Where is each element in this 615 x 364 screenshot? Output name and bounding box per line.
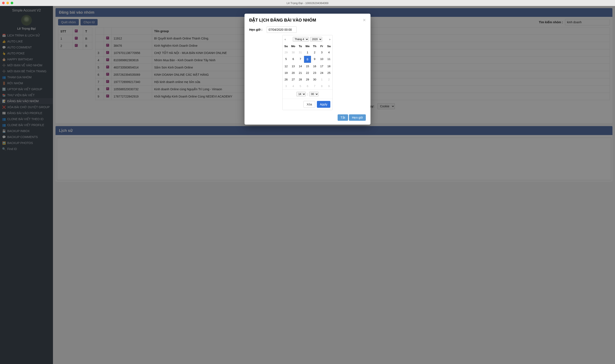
calendar-day[interactable]: 8 bbox=[318, 83, 325, 89]
window-title: Lê Trọng Đại - 100026204364069 bbox=[0, 1, 615, 5]
calendar-day[interactable]: 11 bbox=[325, 56, 333, 63]
calendar-day[interactable]: 12 bbox=[282, 63, 290, 70]
calendar-day[interactable]: 19 bbox=[282, 70, 290, 76]
dow-label: Fr bbox=[318, 43, 325, 49]
calendar-day[interactable]: 18 bbox=[325, 63, 333, 70]
hour-select[interactable]: 14 bbox=[296, 92, 306, 96]
calendar-day[interactable]: 3 bbox=[318, 49, 325, 56]
calendar-day[interactable]: 29 bbox=[304, 76, 311, 83]
calendar-day[interactable]: 1 bbox=[304, 49, 311, 56]
calendar-day[interactable]: 4 bbox=[290, 83, 297, 89]
minimize-window-icon[interactable] bbox=[6, 2, 9, 4]
time-sep: : bbox=[307, 93, 308, 96]
calendar-day[interactable]: 30 bbox=[311, 76, 318, 83]
calendar-day[interactable]: 2 bbox=[311, 49, 318, 56]
dow-label: Th bbox=[311, 43, 318, 49]
calendar-day[interactable]: 20 bbox=[290, 70, 297, 76]
modal-title: ĐẶT LỊCH ĐĂNG BÀI VÀO NHÓM bbox=[249, 17, 316, 23]
calendar-day[interactable]: 1 bbox=[318, 76, 325, 83]
calendar-day[interactable]: 30 bbox=[290, 49, 297, 56]
apply-date-button[interactable]: Apply bbox=[317, 101, 330, 108]
calendar-day[interactable]: 5 bbox=[282, 56, 290, 63]
window-controls bbox=[2, 2, 13, 4]
calendar-day[interactable]: 7 bbox=[311, 83, 318, 89]
month-select[interactable]: Tháng 4 bbox=[293, 37, 309, 42]
calendar-day[interactable]: 25 bbox=[325, 70, 333, 76]
calendar-day[interactable]: 26 bbox=[282, 76, 290, 83]
dow-label: We bbox=[304, 43, 311, 49]
hengio-button[interactable]: Hẹn giờ bbox=[349, 114, 366, 121]
prev-month-icon[interactable]: ‹ bbox=[284, 38, 287, 41]
modal-overlay: ĐẶT LỊCH ĐĂNG BÀI VÀO NHÓM × Hẹn giờ : ‹… bbox=[0, 6, 615, 364]
calendar-day[interactable]: 6 bbox=[304, 83, 311, 89]
calendar-day[interactable]: 5 bbox=[297, 83, 304, 89]
calendar-day[interactable]: 17 bbox=[318, 63, 325, 70]
calendar-day[interactable]: 23 bbox=[311, 70, 318, 76]
calendar-day[interactable]: 22 bbox=[304, 70, 311, 76]
off-button[interactable]: Tắt bbox=[338, 114, 348, 121]
dow-label: Tu bbox=[297, 43, 304, 49]
close-icon[interactable]: × bbox=[363, 17, 366, 23]
calendar-day[interactable]: 15 bbox=[304, 63, 311, 70]
calendar-day[interactable]: 24 bbox=[318, 70, 325, 76]
calendar-day[interactable]: 9 bbox=[311, 56, 318, 63]
calendar-day[interactable]: 3 bbox=[282, 83, 290, 89]
year-select[interactable]: 2020 bbox=[310, 37, 322, 42]
calendar-day[interactable]: 4 bbox=[325, 49, 333, 56]
close-window-icon[interactable] bbox=[2, 2, 5, 4]
dow-label: Su bbox=[282, 43, 290, 49]
calendar-day[interactable]: 7 bbox=[297, 56, 304, 63]
calendar-day[interactable]: 21 bbox=[297, 70, 304, 76]
calendar-day[interactable]: 29 bbox=[282, 49, 290, 56]
calendar-day[interactable]: 28 bbox=[297, 76, 304, 83]
calendar-day[interactable]: 31 bbox=[297, 49, 304, 56]
calendar-day[interactable]: 9 bbox=[325, 83, 333, 89]
calendar-day[interactable]: 14 bbox=[297, 63, 304, 70]
calendar-day[interactable]: 27 bbox=[290, 76, 297, 83]
dow-label: Mo bbox=[290, 43, 297, 49]
calendar-day[interactable]: 13 bbox=[290, 63, 297, 70]
calendar-day[interactable]: 6 bbox=[290, 56, 297, 63]
calendar-day[interactable]: 8 bbox=[304, 56, 311, 63]
schedule-modal: ĐẶT LỊCH ĐĂNG BÀI VÀO NHÓM × Hẹn giờ : ‹… bbox=[244, 14, 371, 125]
calendar-day[interactable]: 16 bbox=[311, 63, 318, 70]
window-titlebar: Lê Trọng Đại - 100026204364069 bbox=[0, 0, 615, 6]
datetime-input[interactable] bbox=[267, 26, 297, 33]
maximize-window-icon[interactable] bbox=[11, 2, 13, 4]
clear-date-button[interactable]: Xóa bbox=[303, 101, 315, 108]
minute-select[interactable]: 00 bbox=[309, 92, 319, 96]
calendar-day[interactable]: 10 bbox=[318, 56, 325, 63]
dow-label: Sa bbox=[325, 43, 333, 49]
hengio-label: Hẹn giờ : bbox=[249, 28, 262, 31]
datepicker: ‹ Tháng 4 2020 › SuMoTuWeThFrSa 29303112… bbox=[282, 35, 333, 110]
next-month-icon[interactable]: › bbox=[328, 38, 331, 41]
calendar-day[interactable]: 2 bbox=[325, 76, 333, 83]
